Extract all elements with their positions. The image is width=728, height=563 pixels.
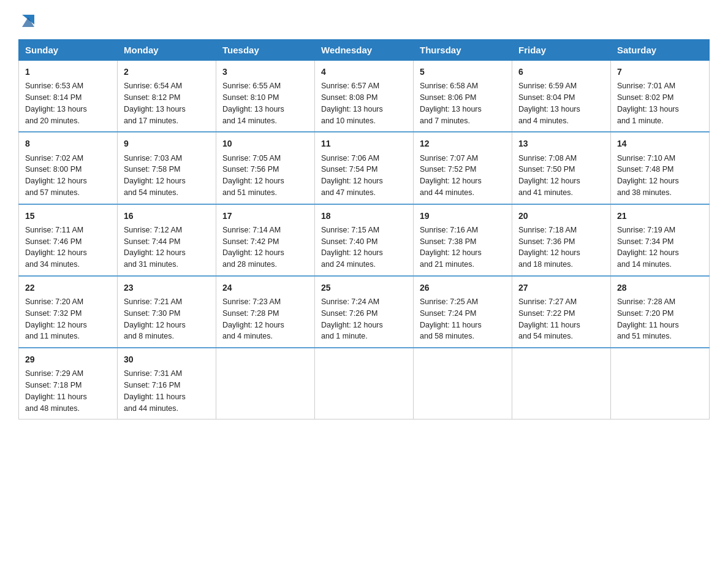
day-info: Sunrise: 6:54 AM Sunset: 8:12 PM Dayligh… [124,80,210,126]
calendar-cell: 22Sunrise: 7:20 AM Sunset: 7:32 PM Dayli… [19,276,118,348]
col-header-thursday: Thursday [414,40,512,61]
day-number: 13 [518,137,604,150]
calendar-cell: 18Sunrise: 7:15 AM Sunset: 7:40 PM Dayli… [315,204,414,276]
day-info: Sunrise: 6:53 AM Sunset: 8:14 PM Dayligh… [25,80,111,126]
day-info: Sunrise: 6:55 AM Sunset: 8:10 PM Dayligh… [222,80,308,126]
calendar-cell: 7Sunrise: 7:01 AM Sunset: 8:02 PM Daylig… [611,61,710,132]
day-info: Sunrise: 7:05 AM Sunset: 7:56 PM Dayligh… [222,153,308,199]
calendar-cell: 17Sunrise: 7:14 AM Sunset: 7:42 PM Dayli… [216,204,315,276]
day-number: 8 [25,137,111,150]
calendar-cell: 19Sunrise: 7:16 AM Sunset: 7:38 PM Dayli… [414,204,512,276]
day-info: Sunrise: 7:15 AM Sunset: 7:40 PM Dayligh… [321,224,407,270]
calendar-cell: 23Sunrise: 7:21 AM Sunset: 7:30 PM Dayli… [118,276,216,348]
day-number: 28 [617,282,703,294]
day-number: 12 [420,137,506,150]
day-info: Sunrise: 7:18 AM Sunset: 7:36 PM Dayligh… [518,224,604,270]
col-header-saturday: Saturday [611,40,710,61]
day-info: Sunrise: 7:10 AM Sunset: 7:48 PM Dayligh… [617,153,703,199]
day-number: 7 [617,66,703,78]
calendar-cell: 6Sunrise: 6:59 AM Sunset: 8:04 PM Daylig… [512,61,611,132]
calendar-week-row: 22Sunrise: 7:20 AM Sunset: 7:32 PM Dayli… [19,276,710,348]
logo-triangle-icon [20,12,37,29]
day-number: 9 [124,137,210,150]
calendar-cell [216,348,315,419]
calendar-cell: 29Sunrise: 7:29 AM Sunset: 7:18 PM Dayli… [19,348,118,419]
calendar-cell: 20Sunrise: 7:18 AM Sunset: 7:36 PM Dayli… [512,204,611,276]
day-info: Sunrise: 7:08 AM Sunset: 7:50 PM Dayligh… [518,153,604,199]
day-number: 6 [518,66,604,78]
page-header [18,12,710,29]
calendar-cell: 25Sunrise: 7:24 AM Sunset: 7:26 PM Dayli… [315,276,414,348]
day-number: 17 [222,210,308,222]
day-info: Sunrise: 7:20 AM Sunset: 7:32 PM Dayligh… [25,296,111,342]
day-number: 3 [222,66,308,78]
calendar-cell: 14Sunrise: 7:10 AM Sunset: 7:48 PM Dayli… [611,132,710,204]
calendar-table: SundayMondayTuesdayWednesdayThursdayFrid… [18,39,710,419]
calendar-cell: 11Sunrise: 7:06 AM Sunset: 7:54 PM Dayli… [315,132,414,204]
calendar-cell [512,348,611,419]
day-info: Sunrise: 7:06 AM Sunset: 7:54 PM Dayligh… [321,153,407,199]
day-info: Sunrise: 7:12 AM Sunset: 7:44 PM Dayligh… [124,224,210,270]
day-info: Sunrise: 6:57 AM Sunset: 8:08 PM Dayligh… [321,80,407,126]
day-number: 27 [518,282,604,294]
day-number: 25 [321,282,407,294]
calendar-cell: 26Sunrise: 7:25 AM Sunset: 7:24 PM Dayli… [414,276,512,348]
calendar-cell: 4Sunrise: 6:57 AM Sunset: 8:08 PM Daylig… [315,61,414,132]
day-number: 23 [124,282,210,294]
day-number: 5 [420,66,506,78]
col-header-friday: Friday [512,40,611,61]
day-number: 15 [25,210,111,222]
calendar-cell: 12Sunrise: 7:07 AM Sunset: 7:52 PM Dayli… [414,132,512,204]
day-info: Sunrise: 7:27 AM Sunset: 7:22 PM Dayligh… [518,296,604,342]
day-number: 11 [321,137,407,150]
calendar-cell: 27Sunrise: 7:27 AM Sunset: 7:22 PM Dayli… [512,276,611,348]
calendar-cell: 10Sunrise: 7:05 AM Sunset: 7:56 PM Dayli… [216,132,315,204]
day-info: Sunrise: 7:07 AM Sunset: 7:52 PM Dayligh… [420,153,506,199]
day-info: Sunrise: 7:14 AM Sunset: 7:42 PM Dayligh… [222,224,308,270]
calendar-cell: 28Sunrise: 7:28 AM Sunset: 7:20 PM Dayli… [611,276,710,348]
col-header-tuesday: Tuesday [216,40,315,61]
calendar-cell: 9Sunrise: 7:03 AM Sunset: 7:58 PM Daylig… [118,132,216,204]
day-number: 19 [420,210,506,222]
calendar-cell: 2Sunrise: 6:54 AM Sunset: 8:12 PM Daylig… [118,61,216,132]
day-info: Sunrise: 7:11 AM Sunset: 7:46 PM Dayligh… [25,224,111,270]
day-info: Sunrise: 7:28 AM Sunset: 7:20 PM Dayligh… [617,296,703,342]
day-info: Sunrise: 7:02 AM Sunset: 8:00 PM Dayligh… [25,153,111,199]
day-info: Sunrise: 6:58 AM Sunset: 8:06 PM Dayligh… [420,80,506,126]
day-number: 18 [321,210,407,222]
calendar-header-row: SundayMondayTuesdayWednesdayThursdayFrid… [19,40,710,61]
day-number: 20 [518,210,604,222]
day-info: Sunrise: 7:21 AM Sunset: 7:30 PM Dayligh… [124,296,210,342]
day-number: 26 [420,282,506,294]
day-number: 14 [617,137,703,150]
day-info: Sunrise: 7:25 AM Sunset: 7:24 PM Dayligh… [420,296,506,342]
day-info: Sunrise: 7:01 AM Sunset: 8:02 PM Dayligh… [617,80,703,126]
calendar-cell: 8Sunrise: 7:02 AM Sunset: 8:00 PM Daylig… [19,132,118,204]
calendar-cell [611,348,710,419]
col-header-monday: Monday [118,40,216,61]
calendar-week-row: 15Sunrise: 7:11 AM Sunset: 7:46 PM Dayli… [19,204,710,276]
day-info: Sunrise: 7:24 AM Sunset: 7:26 PM Dayligh… [321,296,407,342]
day-number: 22 [25,282,111,294]
day-info: Sunrise: 7:31 AM Sunset: 7:16 PM Dayligh… [124,368,210,414]
day-number: 30 [124,353,210,366]
calendar-week-row: 29Sunrise: 7:29 AM Sunset: 7:18 PM Dayli… [19,348,710,419]
day-number: 24 [222,282,308,294]
day-info: Sunrise: 7:16 AM Sunset: 7:38 PM Dayligh… [420,224,506,270]
calendar-cell [315,348,414,419]
day-number: 29 [25,353,111,366]
calendar-week-row: 8Sunrise: 7:02 AM Sunset: 8:00 PM Daylig… [19,132,710,204]
calendar-cell: 1Sunrise: 6:53 AM Sunset: 8:14 PM Daylig… [19,61,118,132]
calendar-cell: 15Sunrise: 7:11 AM Sunset: 7:46 PM Dayli… [19,204,118,276]
calendar-cell: 21Sunrise: 7:19 AM Sunset: 7:34 PM Dayli… [611,204,710,276]
calendar-cell: 13Sunrise: 7:08 AM Sunset: 7:50 PM Dayli… [512,132,611,204]
day-number: 2 [124,66,210,78]
day-number: 1 [25,66,111,78]
day-info: Sunrise: 7:19 AM Sunset: 7:34 PM Dayligh… [617,224,703,270]
day-number: 10 [222,137,308,150]
logo [18,12,37,29]
day-info: Sunrise: 7:23 AM Sunset: 7:28 PM Dayligh… [222,296,308,342]
day-number: 21 [617,210,703,222]
calendar-cell: 16Sunrise: 7:12 AM Sunset: 7:44 PM Dayli… [118,204,216,276]
day-info: Sunrise: 7:29 AM Sunset: 7:18 PM Dayligh… [25,368,111,414]
